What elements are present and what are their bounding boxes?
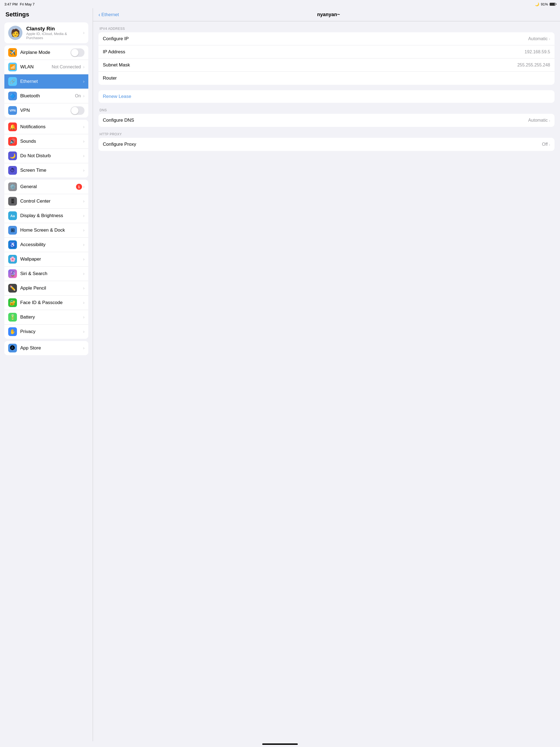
sidebar-item-sounds[interactable]: 🔊 Sounds ›: [4, 134, 88, 149]
sidebar-item-ethernet[interactable]: 🔗 Ethernet ›: [4, 74, 88, 89]
sidebar-item-airplane-mode[interactable]: ✈️ Airplane Mode: [4, 45, 88, 60]
sidebar-item-wallpaper[interactable]: 🌸 Wallpaper ›: [4, 252, 88, 266]
detail-content: IPV4 ADDRESS Configure IP Automatic › IP…: [93, 21, 560, 162]
notifications-icon: 🔔: [8, 123, 17, 131]
wlan-label: WLAN: [20, 64, 52, 70]
configure-dns-label: Configure DNS: [103, 118, 134, 123]
ethernet-chevron: ›: [83, 79, 84, 84]
privacy-icon: ✋: [8, 327, 17, 336]
configure-dns-value: Automatic ›: [528, 118, 550, 123]
sidebar-item-siri-search[interactable]: 🔮 Siri & Search ›: [4, 266, 88, 281]
ip-address-value: 192.168.59.5: [525, 50, 550, 54]
detail-page-title: nyanyan~: [119, 12, 538, 18]
screen-time-label: Screen Time: [20, 168, 82, 173]
configure-dns-row[interactable]: Configure DNS Automatic ›: [98, 114, 555, 127]
sidebar-item-app-store[interactable]: 🅐 App Store ›: [4, 341, 88, 355]
airplane-mode-icon: ✈️: [8, 48, 17, 57]
bluetooth-label: Bluetooth: [20, 93, 75, 99]
subnet-mask-row: Subnet Mask 255.255.255.248: [98, 58, 555, 72]
subnet-mask-label: Subnet Mask: [103, 62, 130, 68]
sidebar-item-do-not-disturb[interactable]: 🌙 Do Not Disturb ›: [4, 149, 88, 163]
profile-item[interactable]: 🧑 Clansty Rin Apple ID, iCloud, Media & …: [4, 22, 88, 43]
sidebar-item-apple-pencil[interactable]: ✏️ Apple Pencil ›: [4, 281, 88, 295]
renew-lease-button[interactable]: Renew Lease: [98, 90, 555, 103]
http-proxy-group: Configure Proxy Off ›: [98, 138, 555, 151]
ip-address-row: IP Address 192.168.59.5: [98, 45, 555, 58]
back-chevron-icon: ‹: [98, 11, 100, 18]
bluetooth-chevron: ›: [83, 94, 84, 98]
siri-search-chevron: ›: [83, 271, 84, 276]
airplane-mode-label: Airplane Mode: [20, 50, 71, 55]
control-center-icon: 🎛: [8, 197, 17, 206]
sidebar-item-general[interactable]: ⚙️ General 1 ›: [4, 180, 88, 194]
configure-dns-chevron: ›: [549, 118, 550, 123]
home-bar: [262, 743, 298, 745]
ethernet-icon: 🔗: [8, 77, 17, 86]
siri-search-label: Siri & Search: [20, 271, 82, 277]
ethernet-label: Ethernet: [20, 79, 82, 84]
do-not-disturb-label: Do Not Disturb: [20, 153, 82, 159]
bluetooth-value: On: [75, 94, 81, 98]
wallpaper-icon: 🌸: [8, 255, 17, 264]
sidebar-item-privacy[interactable]: ✋ Privacy ›: [4, 325, 88, 339]
status-bar: 3:47 PM Fri May 7 🌙 91%: [0, 0, 560, 8]
ipv4-section-label: IPV4 ADDRESS: [100, 27, 555, 31]
sidebar-item-vpn[interactable]: VPN VPN: [4, 103, 88, 118]
control-center-label: Control Center: [20, 199, 82, 204]
sidebar-item-bluetooth[interactable]: 🔷 Bluetooth On ›: [4, 89, 88, 103]
general-icon: ⚙️: [8, 182, 17, 191]
profile-group: 🧑 Clansty Rin Apple ID, iCloud, Media & …: [4, 22, 88, 43]
sidebar-item-display-brightness[interactable]: Aa Display & Brightness ›: [4, 209, 88, 223]
apple-pencil-icon: ✏️: [8, 284, 17, 292]
notifications-group: 🔔 Notifications › 🔊 Sounds › 🌙 Do Not Di…: [4, 120, 88, 177]
configure-ip-label: Configure IP: [103, 36, 129, 42]
display-brightness-icon: Aa: [8, 211, 17, 220]
subnet-mask-value: 255.255.255.248: [517, 62, 550, 68]
configure-proxy-value: Off ›: [542, 142, 550, 147]
profile-name: Clansty Rin: [26, 26, 82, 32]
bluetooth-icon: 🔷: [8, 92, 17, 100]
sidebar-title: Settings: [0, 8, 93, 20]
home-screen-dock-chevron: ›: [83, 228, 84, 233]
configure-proxy-row[interactable]: Configure Proxy Off ›: [98, 138, 555, 151]
back-button[interactable]: ‹ Ethernet: [98, 11, 119, 18]
sidebar-item-control-center[interactable]: 🎛 Control Center ›: [4, 194, 88, 209]
do-not-disturb-chevron: ›: [83, 153, 84, 158]
app-store-label: App Store: [20, 345, 82, 351]
siri-search-icon: 🔮: [8, 269, 17, 278]
accessibility-icon: ♿: [8, 240, 17, 249]
home-indicator: [0, 741, 560, 747]
back-label: Ethernet: [101, 12, 119, 18]
configure-ip-row[interactable]: Configure IP Automatic ›: [98, 32, 555, 45]
battery-chevron: ›: [83, 315, 84, 319]
detail-pane: ‹ Ethernet nyanyan~ IPV4 ADDRESS Configu…: [93, 8, 560, 741]
network-group: ✈️ Airplane Mode 📶 WLAN Not Connected ›: [4, 45, 88, 118]
appstore-group: 🅐 App Store ›: [4, 341, 88, 355]
sidebar-item-home-screen-dock[interactable]: ⊞ Home Screen & Dock ›: [4, 223, 88, 238]
ipv4-group: Configure IP Automatic › IP Address 192.…: [98, 32, 555, 85]
vpn-toggle[interactable]: [71, 106, 84, 115]
dns-section-label: DNS: [100, 108, 555, 112]
face-id-passcode-chevron: ›: [83, 300, 84, 305]
router-row: Router: [98, 72, 555, 85]
accessibility-chevron: ›: [83, 242, 84, 247]
sidebar-item-accessibility[interactable]: ♿ Accessibility ›: [4, 238, 88, 252]
sidebar-item-battery[interactable]: 🔋 Battery ›: [4, 310, 88, 325]
sidebar-item-face-id-passcode[interactable]: 🔐 Face ID & Passcode ›: [4, 295, 88, 310]
ip-address-label: IP Address: [103, 49, 125, 55]
moon-icon: 🌙: [535, 2, 539, 6]
apple-pencil-label: Apple Pencil: [20, 285, 82, 291]
date-display: Fri May 7: [20, 2, 34, 6]
privacy-chevron: ›: [83, 329, 84, 334]
configure-proxy-chevron: ›: [549, 142, 550, 147]
dns-group: Configure DNS Automatic ›: [98, 114, 555, 127]
sidebar-item-screen-time[interactable]: ⏱ Screen Time ›: [4, 163, 88, 177]
profile-info: Clansty Rin Apple ID, iCloud, Media & Pu…: [26, 26, 82, 40]
sidebar-item-notifications[interactable]: 🔔 Notifications ›: [4, 120, 88, 134]
http-proxy-section-label: HTTP PROXY: [100, 132, 555, 136]
apple-pencil-chevron: ›: [83, 286, 84, 291]
sidebar-item-wlan[interactable]: 📶 WLAN Not Connected ›: [4, 60, 88, 74]
accessibility-label: Accessibility: [20, 242, 82, 248]
status-bar-left: 3:47 PM Fri May 7: [4, 2, 35, 6]
airplane-mode-toggle[interactable]: [71, 48, 84, 57]
